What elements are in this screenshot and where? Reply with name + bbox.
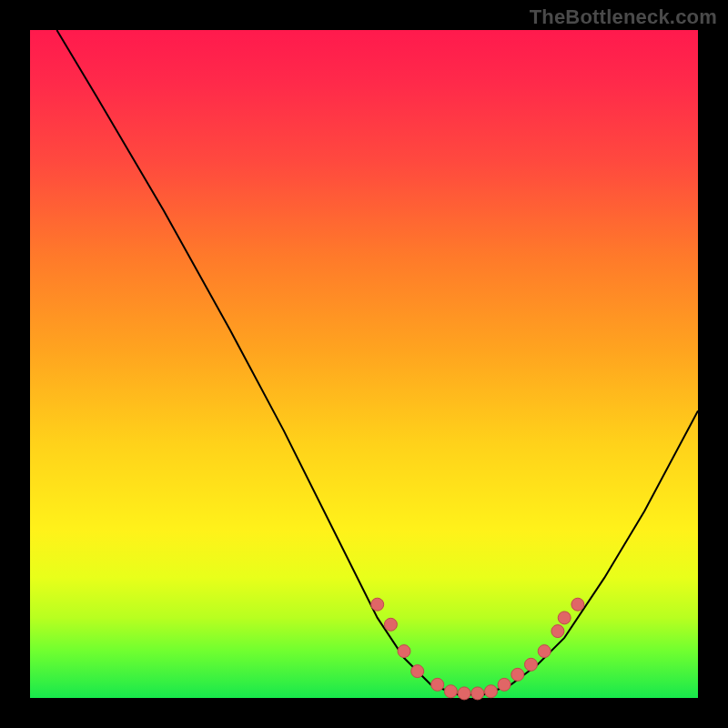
data-marker <box>571 598 584 611</box>
data-marker <box>444 685 457 698</box>
data-marker <box>371 598 384 611</box>
data-marker <box>431 678 444 691</box>
curve-layer <box>30 30 698 698</box>
bottleneck-curve <box>56 30 698 694</box>
data-marker <box>525 658 538 671</box>
data-marker <box>411 665 424 678</box>
data-marker <box>485 685 498 698</box>
data-marker <box>384 618 397 631</box>
data-marker <box>558 612 571 624</box>
chart-frame: TheBottleneck.com <box>0 0 728 728</box>
data-marker <box>498 678 511 691</box>
data-marker <box>551 625 564 638</box>
data-marker <box>538 645 551 658</box>
data-marker <box>458 687 470 700</box>
data-marker <box>511 668 524 681</box>
plot-area <box>30 30 698 698</box>
data-marker <box>398 645 410 658</box>
data-marker <box>471 687 484 700</box>
watermark-text: TheBottleneck.com <box>530 5 717 29</box>
